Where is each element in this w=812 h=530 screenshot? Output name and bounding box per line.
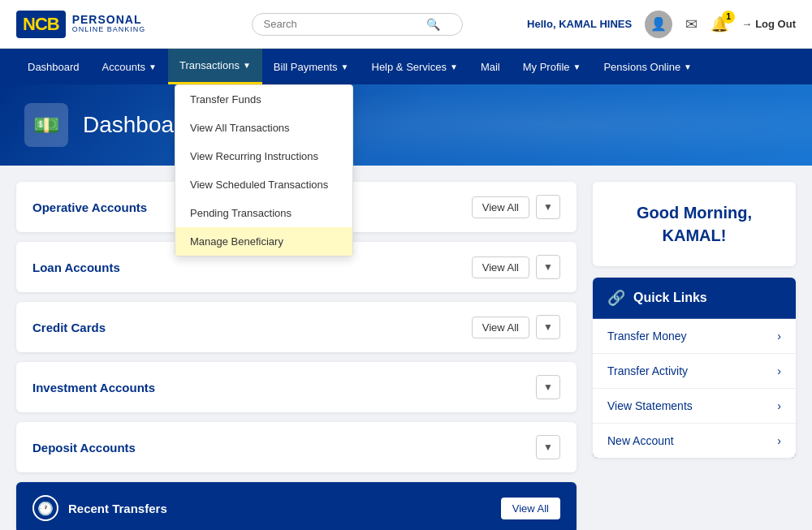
header: NCB PERSONAL ONLINE BANKING 🔍 Hello, KAM… — [0, 0, 812, 49]
sidebar-item-mail[interactable]: Mail — [469, 49, 512, 84]
quick-link-transfer-activity[interactable]: Transfer Activity › — [593, 354, 796, 389]
chevron-right-icon-new-account: › — [777, 434, 781, 447]
credit-cards-chevron-button[interactable]: ▼ — [536, 315, 560, 339]
notification-badge: 1 — [722, 11, 735, 24]
chevron-right-icon-transfer-activity: › — [777, 364, 781, 377]
investment-accounts-title: Investment Accounts — [32, 381, 155, 394]
credit-cards-card: Credit Cards View All ▼ — [16, 302, 577, 352]
chevron-down-icon-help-services: ▼ — [450, 62, 458, 71]
sidebar-item-my-profile[interactable]: My Profile ▼ — [512, 49, 593, 84]
recent-transfers-left: 🕐 Recent Transfers — [32, 495, 167, 521]
chevron-down-icon-pensions-online: ▼ — [684, 62, 692, 71]
search-bar[interactable]: 🔍 — [252, 13, 463, 36]
search-input[interactable] — [264, 18, 426, 30]
dropdown-item-manage-beneficiary[interactable]: Manage Beneficiary — [175, 227, 352, 256]
quick-links-title: Quick Links — [633, 291, 707, 305]
chevron-down-icon-bill-payments: ▼ — [341, 62, 349, 71]
operative-accounts-title: Operative Accounts — [32, 200, 147, 214]
sidebar-item-transactions[interactable]: Transactions ▼ — [168, 49, 262, 84]
sidebar-item-pensions-online[interactable]: Pensions Online ▼ — [592, 49, 703, 84]
nav-label-bill-payments: Bill Payments — [274, 61, 338, 73]
deposit-accounts-card: Deposit Accounts ▼ — [16, 422, 577, 472]
brand-online: ONLINE BANKING — [72, 26, 146, 34]
chevron-down-icon-accounts: ▼ — [149, 62, 157, 71]
logo-box: NCB — [16, 11, 66, 38]
credit-cards-view-all-button[interactable]: View All — [472, 317, 529, 338]
greeting-label: Hello, KAMAL HINES — [527, 18, 632, 30]
logo-text: PERSONAL ONLINE BANKING — [72, 14, 146, 34]
dropdown-item-pending-transactions[interactable]: Pending Transactions — [175, 199, 352, 227]
brand-personal: PERSONAL — [72, 14, 146, 26]
nav-label-help-services: Help & Services — [372, 61, 447, 73]
loan-accounts-title: Loan Accounts — [32, 261, 120, 274]
chevron-down-icon-my-profile: ▼ — [573, 62, 581, 71]
quick-links-header: 🔗 Quick Links — [593, 278, 796, 319]
link-icon: 🔗 — [607, 289, 625, 307]
quick-link-label-new-account: New Account — [607, 434, 674, 447]
dashboard-icon: 💵 — [24, 103, 68, 147]
nav-bar: Dashboard Accounts ▼ Transactions ▼ Bill… — [0, 49, 812, 84]
main-content: Operative Accounts View All ▼ Loan Accou… — [0, 166, 812, 530]
sidebar-item-bill-payments[interactable]: Bill Payments ▼ — [262, 49, 361, 84]
credit-cards-title: Credit Cards — [32, 321, 106, 334]
nav-label-my-profile: My Profile — [523, 61, 570, 73]
logo-area: NCB PERSONAL ONLINE BANKING — [16, 11, 187, 38]
dropdown-item-view-recurring[interactable]: View Recurring Instructions — [175, 142, 352, 170]
deposit-accounts-title: Deposit Accounts — [32, 441, 136, 455]
quick-link-view-statements[interactable]: View Statements › — [593, 389, 796, 424]
quick-link-transfer-money[interactable]: Transfer Money › — [593, 319, 796, 354]
chevron-down-icon-transactions: ▼ — [243, 61, 251, 70]
mail-button[interactable]: ✉ — [685, 15, 698, 33]
dropdown-item-view-all-transactions[interactable]: View All Transactions — [175, 114, 352, 142]
header-right: Hello, KAMAL HINES 👤 ✉ 🔔 1 → Log Out — [527, 11, 796, 38]
search-area: 🔍 — [187, 13, 527, 36]
greeting-text: Good Morning, KAMAL! — [609, 201, 780, 247]
quick-link-label-transfer-activity: Transfer Activity — [607, 364, 688, 377]
recent-transfers-view-all-button[interactable]: View All — [501, 498, 560, 519]
dropdown-item-transfer-funds[interactable]: Transfer Funds — [175, 85, 352, 114]
nav-label-transactions: Transactions — [179, 59, 240, 71]
nav-label-accounts: Accounts — [102, 61, 145, 73]
hero-banner: 💵 Dashboard — [0, 84, 812, 166]
loan-chevron-button[interactable]: ▼ — [536, 255, 560, 279]
dropdown-item-view-scheduled[interactable]: View Scheduled Transactions — [175, 170, 352, 199]
chevron-right-icon-transfer-money: › — [777, 330, 781, 343]
bell-wrapper: 🔔 1 — [710, 15, 728, 33]
nav-label-mail: Mail — [481, 61, 500, 73]
greeting-card: Good Morning, KAMAL! — [593, 182, 796, 266]
quick-link-new-account[interactable]: New Account › — [593, 424, 796, 458]
loan-view-all-button[interactable]: View All — [472, 256, 529, 278]
recent-transfers-card: 🕐 Recent Transfers View All — [16, 482, 577, 530]
sidebar-item-dashboard[interactable]: Dashboard — [16, 49, 91, 84]
dollar-icon: 💵 — [33, 113, 59, 138]
deposit-accounts-actions: ▼ — [536, 435, 560, 459]
search-button[interactable]: 🔍 — [426, 18, 440, 31]
investment-accounts-actions: ▼ — [536, 375, 560, 399]
sidebar-item-accounts[interactable]: Accounts ▼ — [91, 49, 168, 84]
sidebar-item-help-services[interactable]: Help & Services ▼ — [361, 49, 469, 84]
chevron-right-icon-view-statements: › — [777, 399, 781, 412]
loan-accounts-actions: View All ▼ — [472, 255, 560, 279]
operative-chevron-button[interactable]: ▼ — [536, 195, 560, 219]
logout-button[interactable]: → Log Out — [741, 18, 796, 30]
clock-icon: 🕐 — [32, 495, 58, 521]
avatar: 👤 — [645, 11, 672, 38]
recent-transfers-title: Recent Transfers — [68, 502, 167, 515]
logo-letters: NCB — [23, 14, 59, 34]
operative-view-all-button[interactable]: View All — [472, 196, 529, 218]
quick-link-label-view-statements: View Statements — [607, 399, 693, 412]
logout-arrow-icon: → — [741, 18, 752, 30]
transactions-dropdown: Transfer Funds View All Transactions Vie… — [175, 84, 353, 256]
investment-accounts-card: Investment Accounts ▼ — [16, 362, 577, 412]
right-panel: Good Morning, KAMAL! 🔗 Quick Links Trans… — [593, 182, 796, 530]
operative-accounts-actions: View All ▼ — [472, 195, 560, 219]
deposit-chevron-button[interactable]: ▼ — [536, 435, 560, 459]
nav-label-pensions-online: Pensions Online — [603, 61, 680, 73]
quick-link-label-transfer-money: Transfer Money — [607, 330, 687, 343]
nav-label-dashboard: Dashboard — [28, 61, 80, 73]
investment-chevron-button[interactable]: ▼ — [536, 375, 560, 399]
quick-links-card: 🔗 Quick Links Transfer Money › Transfer … — [593, 278, 796, 458]
credit-cards-actions: View All ▼ — [472, 315, 560, 339]
logout-label: Log Out — [755, 18, 796, 30]
